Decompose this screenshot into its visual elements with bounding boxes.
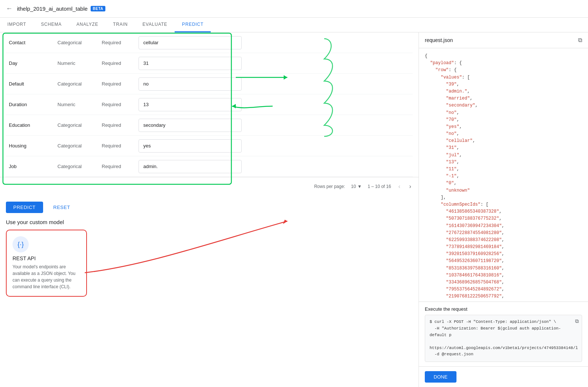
field-required-default: Required [102, 81, 139, 87]
execute-section: Execute the request ⧉ $ curl -X POST -H … [419, 301, 588, 366]
field-row-housing: Housing Categorical Required [6, 136, 413, 156]
action-row: PREDICT RESET [0, 196, 419, 219]
tab-bar: IMPORT SCHEMA ANALYZE TRAIN EVALUATE PRE… [0, 18, 588, 32]
field-name-default: Default [6, 81, 57, 87]
field-type-education: Categorical [57, 122, 102, 128]
input-education[interactable] [139, 119, 242, 132]
top-nav: ← ithelp_2019_ai_automl_table BETA [0, 0, 588, 18]
beta-badge: BETA [91, 6, 105, 11]
field-required-contact: Required [102, 40, 139, 45]
pagination: Rows per page: 10 ▼ 1 – 10 of 16 ‹ › [0, 177, 419, 196]
custom-model-title: Use your custom model [6, 219, 413, 225]
field-name-housing: Housing [6, 143, 57, 149]
field-input-job[interactable] [139, 160, 413, 173]
tab-schema[interactable]: SCHEMA [34, 18, 69, 32]
rest-api-title: REST API [13, 255, 80, 261]
field-type-contact: Categorical [57, 40, 102, 45]
field-name-duration: Duration [6, 102, 57, 107]
curl-block: ⧉ $ curl -X POST -H "Content-Type: appli… [425, 315, 582, 362]
rows-value: 10 [351, 184, 356, 189]
input-contact[interactable] [139, 36, 242, 49]
field-row-education: Education Categorical Required [6, 115, 413, 136]
field-required-duration: Required [102, 102, 139, 107]
json-block: { "payload": { "row": { "values": [ "39"… [419, 48, 588, 301]
right-panel-header: request.json ⧉ [419, 32, 588, 48]
field-row-duration: Duration Numeric Required [6, 94, 413, 115]
rows-select[interactable]: 10 ▼ [351, 184, 362, 189]
field-name-education: Education [6, 122, 57, 128]
field-type-job: Categorical [57, 164, 102, 169]
predict-button[interactable]: PREDICT [6, 202, 43, 213]
field-type-default: Categorical [57, 81, 102, 87]
rest-api-card[interactable]: {·} REST API Your model's endpoints are … [6, 230, 87, 297]
back-icon[interactable]: ← [6, 5, 13, 13]
curl-copy-icon[interactable]: ⧉ [575, 317, 579, 325]
page-info: 1 – 10 of 16 [368, 184, 391, 189]
tab-train[interactable]: TRAIN [106, 18, 135, 32]
tab-predict[interactable]: PREDICT [175, 18, 211, 32]
tab-import[interactable]: IMPORT [0, 18, 34, 32]
field-type-day: Numeric [57, 60, 102, 66]
field-row-day: Day Numeric Required [6, 53, 413, 74]
rows-per-page-label: Rows per page: [314, 184, 345, 189]
api-icon: {·} [17, 241, 24, 248]
left-panel: Contact Categorical Required Day Numeric… [0, 32, 419, 387]
right-panel-title: request.json [425, 37, 453, 43]
field-name-day: Day [6, 60, 57, 66]
input-housing[interactable] [139, 139, 242, 153]
prev-page-button[interactable]: ‹ [397, 182, 402, 191]
reset-button[interactable]: RESET [48, 202, 76, 213]
curl-command: $ curl -X POST -H "Content-Type: applica… [430, 319, 577, 358]
input-job[interactable] [139, 160, 242, 173]
copy-icon[interactable]: ⧉ [578, 37, 582, 43]
field-input-housing[interactable] [139, 139, 413, 153]
tab-evaluate[interactable]: EVALUATE [135, 18, 175, 32]
execute-title: Execute the request [425, 306, 582, 312]
input-day[interactable] [139, 57, 242, 70]
field-required-job: Required [102, 164, 139, 169]
rows-dropdown-icon[interactable]: ▼ [357, 184, 362, 189]
field-row-job: Job Categorical Required [6, 156, 413, 177]
tab-analyze[interactable]: ANALYZE [69, 18, 105, 32]
input-duration[interactable] [139, 98, 242, 111]
field-name-job: Job [6, 164, 57, 169]
done-row: DONE [419, 366, 588, 387]
field-row-contact: Contact Categorical Required [6, 32, 413, 53]
field-input-education[interactable] [139, 119, 413, 132]
custom-model-section: Use your custom model {·} REST API Your … [0, 219, 419, 303]
field-input-default[interactable] [139, 77, 413, 91]
main-layout: Contact Categorical Required Day Numeric… [0, 32, 588, 387]
field-required-education: Required [102, 122, 139, 128]
field-required-housing: Required [102, 143, 139, 149]
field-input-duration[interactable] [139, 98, 413, 111]
right-panel: request.json ⧉ { "payload": { "row": { "… [419, 32, 588, 387]
app-title: ithelp_2019_ai_automl_table [17, 6, 88, 12]
field-type-duration: Numeric [57, 102, 102, 107]
field-type-housing: Categorical [57, 143, 102, 149]
field-input-contact[interactable] [139, 36, 413, 49]
field-name-contact: Contact [6, 40, 57, 45]
input-default[interactable] [139, 77, 242, 91]
done-button[interactable]: DONE [425, 371, 456, 383]
field-row-default: Default Categorical Required [6, 74, 413, 94]
rest-api-desc: Your model's endpoints are available as … [13, 264, 80, 290]
next-page-button[interactable]: › [408, 182, 413, 191]
rest-api-icon-container: {·} [13, 236, 29, 252]
field-required-day: Required [102, 60, 139, 66]
table-area: Contact Categorical Required Day Numeric… [0, 32, 419, 177]
field-input-day[interactable] [139, 57, 413, 70]
